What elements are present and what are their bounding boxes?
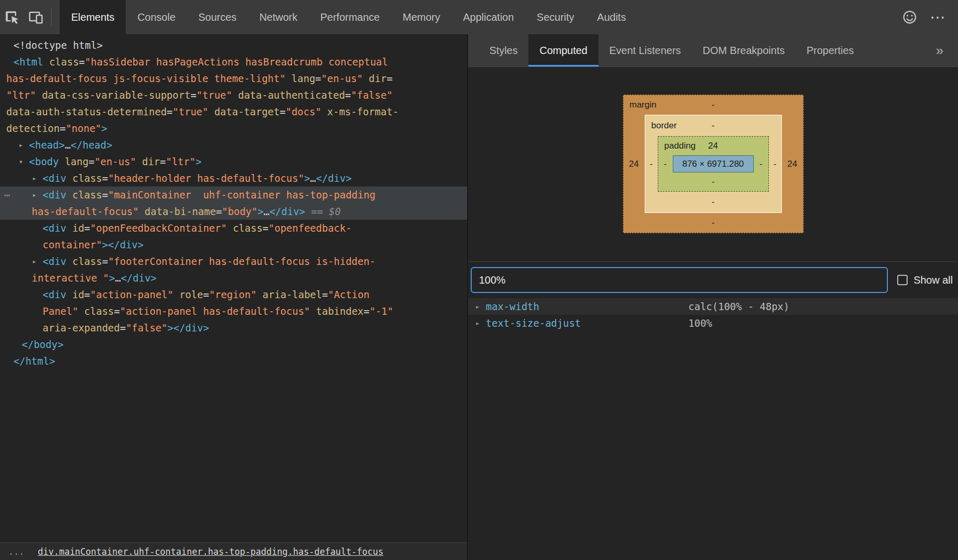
sidebar-tab-styles[interactable]: Styles [478, 34, 528, 66]
computed-property-row[interactable]: ▸ max-width calc(100% - 48px) [468, 298, 958, 315]
code-token: = [160, 156, 166, 167]
collapse-arrow-icon[interactable]: ▸ [32, 170, 36, 186]
collapse-arrow-icon[interactable]: ▸ [32, 186, 36, 203]
dom-tree-line[interactable]: Panel" class="action-panel has-default-f… [0, 303, 467, 319]
code-token: "en-us" [321, 73, 363, 84]
code-token: … [115, 272, 121, 284]
expand-arrow-icon[interactable]: ▸ [475, 302, 486, 311]
dom-tree-line[interactable]: has-default-focus" data-bi-name="body">…… [0, 203, 467, 220]
code-token: "hasSidebar hasPageActions hasBreadcrumb… [85, 56, 388, 68]
chevron-right-double-icon: » [936, 43, 943, 59]
code-token: … [65, 139, 71, 151]
code-token: <div [43, 189, 66, 201]
dom-tree-line[interactable]: <div id="action-panel" role="region" ari… [0, 286, 467, 303]
border-top-value[interactable]: - [712, 121, 715, 131]
filter-input[interactable] [471, 267, 888, 293]
computed-property-row[interactable]: ▸ text-size-adjust 100% [468, 315, 958, 331]
sidebar-tabs: Styles Computed Event Listeners DOM Brea… [468, 34, 958, 67]
dom-tree-line[interactable]: data-auth-status-determined="true" data-… [0, 103, 467, 120]
toolbar-tab-audits[interactable]: Audits [586, 0, 637, 34]
toolbar-tab-application[interactable]: Application [451, 0, 525, 34]
box-model-margin[interactable]: margin - 24 border - - [623, 95, 804, 233]
toolbar-tab-sources[interactable]: Sources [187, 0, 248, 34]
show-all-checkbox[interactable] [897, 275, 908, 285]
margin-left-value[interactable]: 24 [623, 115, 645, 213]
dom-tree-line[interactable]: </body> [0, 336, 467, 353]
code-token: x-ms-format- [327, 106, 398, 117]
main-split: <!doctype html><html class="hasSidebar h… [0, 34, 958, 560]
expand-arrow-icon[interactable]: ▸ [475, 319, 486, 327]
code-token [286, 73, 291, 84]
dom-tree-line[interactable]: ▸<div class="header-holder has-default-f… [0, 170, 467, 186]
more-options-button[interactable]: ⋯ [926, 9, 950, 25]
dom-tree-line[interactable]: <html class="hasSidebar hasPageActions h… [0, 54, 467, 70]
dom-tree-line[interactable]: ⋯▸<div class="mainContainer uhf-containe… [0, 186, 467, 203]
dom-tree-line[interactable]: ▾<body lang="en-us" dir="ltr"> [0, 153, 467, 170]
styles-sidebar: Styles Computed Event Listeners DOM Brea… [468, 34, 958, 560]
breadcrumb-selected-element[interactable]: div.mainContainer.uhf-container.has-top-… [38, 546, 383, 557]
code-token: = [114, 305, 119, 317]
toolbar-tab-elements[interactable]: Elements [60, 0, 126, 34]
show-all-control[interactable]: Show all [897, 274, 953, 286]
feedback-button[interactable] [898, 9, 922, 25]
margin-bottom-value[interactable]: - [712, 218, 715, 228]
dom-tree-line[interactable]: <div id="openFeedbackContainer" class="o… [0, 220, 467, 236]
toolbar-tab-security[interactable]: Security [525, 0, 586, 34]
dom-tree-line[interactable]: </html> [0, 353, 467, 369]
border-bottom-value[interactable]: - [712, 197, 715, 207]
sidebar-tab-computed[interactable]: Computed [528, 34, 598, 66]
code-token: = [280, 106, 285, 117]
code-token: lang [291, 73, 315, 84]
box-model-border[interactable]: border - - padding 24 [645, 115, 782, 213]
code-token: "true" [172, 106, 208, 117]
more-options-icon: ⋯ [927, 9, 949, 25]
breadcrumb-overflow-ellipsis[interactable]: ... [8, 546, 24, 557]
expand-arrow-icon[interactable]: ▾ [19, 153, 23, 170]
breadcrumb-bar: ... div.mainContainer.uhf-container.has-… [0, 542, 467, 560]
box-model-padding[interactable]: padding 24 - 876 × 6971.280 - [658, 136, 769, 192]
dom-tree-line[interactable]: container"></div> [0, 236, 467, 253]
code-token: "Action [328, 289, 369, 300]
box-model-content[interactable]: 876 × 6971.280 [673, 155, 754, 172]
code-token: = [345, 89, 351, 101]
code-token: data-css-variable-support [42, 89, 191, 101]
code-token: = [216, 206, 222, 217]
padding-left-value[interactable]: - [658, 155, 673, 172]
border-left-value[interactable]: - [645, 136, 658, 192]
sidebar-tab-dom-breakpoints[interactable]: DOM Breakpoints [692, 34, 796, 66]
device-toolbar-button[interactable] [24, 0, 48, 34]
code-token: dir [142, 156, 159, 167]
padding-top-value[interactable]: 24 [708, 141, 718, 151]
code-token: "action-panel" [90, 289, 174, 300]
code-token: role [179, 289, 203, 300]
toolbar-tab-performance[interactable]: Performance [309, 0, 392, 34]
dom-tree-line[interactable]: aria-expanded="false"></div> [0, 319, 467, 336]
dom-tree-line[interactable]: <!doctype html> [0, 37, 467, 54]
sidebar-tabs-overflow-button[interactable]: » [936, 34, 958, 66]
margin-top-value[interactable]: - [712, 100, 715, 110]
inspect-element-button[interactable] [0, 0, 24, 34]
dom-tree-line[interactable]: has-default-focus js-focus-visible theme… [0, 70, 467, 87]
padding-right-value[interactable]: - [754, 155, 768, 172]
dom-tree-line[interactable]: interactive ">…</div> [0, 270, 467, 286]
code-token: class [72, 256, 102, 267]
sidebar-tab-properties[interactable]: Properties [795, 34, 864, 66]
padding-label: padding [664, 141, 696, 151]
collapse-arrow-icon[interactable]: ▸ [32, 253, 36, 270]
code-token: "-1" [369, 305, 393, 317]
dom-tree-line[interactable]: detection="none"> [0, 120, 467, 137]
toolbar-tab-network[interactable]: Network [248, 0, 309, 34]
padding-bottom-value[interactable]: - [712, 177, 715, 187]
dom-tree-line[interactable]: "ltr" data-css-variable-support="true" d… [0, 87, 467, 103]
toolbar-tab-console[interactable]: Console [126, 0, 187, 34]
inspect-cursor-icon [4, 9, 20, 25]
dom-tree-line[interactable]: ▸<div class="footerContainer has-default… [0, 253, 467, 270]
sidebar-tab-event-listeners[interactable]: Event Listeners [598, 34, 692, 66]
collapse-arrow-icon[interactable]: ▸ [19, 137, 23, 153]
margin-right-value[interactable]: 24 [782, 115, 803, 213]
margin-label: margin [630, 100, 657, 110]
code-token: Panel" [43, 305, 78, 317]
border-right-value[interactable]: - [769, 136, 781, 192]
toolbar-tab-memory[interactable]: Memory [391, 0, 451, 34]
dom-tree-line[interactable]: ▸<head>…</head> [0, 137, 467, 153]
